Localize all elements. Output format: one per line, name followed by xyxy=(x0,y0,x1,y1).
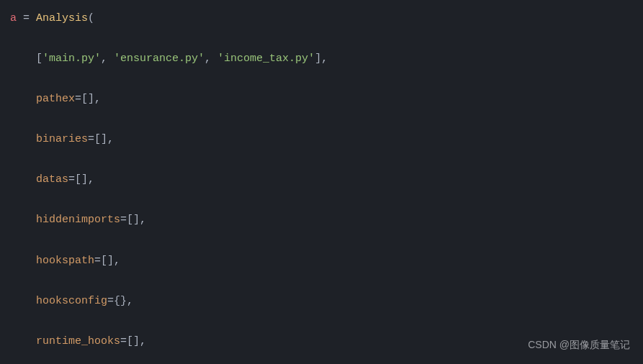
code-line: pathex=[], xyxy=(10,89,633,109)
code-line: hiddenimports=[], xyxy=(10,210,633,230)
code-line: a = Analysis( xyxy=(10,9,633,29)
code-line: binaries=[], xyxy=(10,129,633,150)
watermark-text: CSDN @图像质量笔记 xyxy=(528,335,630,354)
code-line: datas=[], xyxy=(10,170,633,190)
code-line: ['main.py', 'ensurance.py', 'income_tax.… xyxy=(10,49,633,69)
code-block: a = Analysis( ['main.py', 'ensurance.py'… xyxy=(10,9,633,364)
code-line: hookspath=[], xyxy=(10,251,633,271)
code-line: hooksconfig={}, xyxy=(10,291,633,311)
